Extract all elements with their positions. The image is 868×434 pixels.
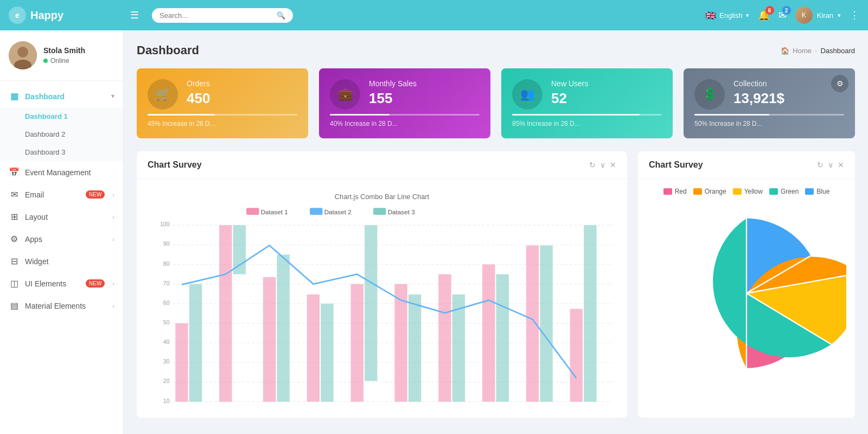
sidebar-item-dashboard[interactable]: ▦ Dashboard ▾	[0, 85, 123, 107]
notifications-badge: 6	[765, 6, 774, 15]
cart-icon: 🛒	[156, 87, 170, 101]
collection-footer: 50% Increase in 28 D...	[694, 120, 844, 127]
sidebar-material-label: Material Elements	[25, 302, 107, 310]
breadcrumb-home-icon: 🏠	[781, 47, 789, 55]
minimize-icon[interactable]: ∨	[600, 161, 605, 169]
sidebar-item-layout[interactable]: ⊞ Layout ›	[0, 206, 123, 228]
search-input[interactable]	[159, 11, 272, 20]
hamburger-button[interactable]: ☰	[126, 7, 143, 23]
email-new-badge: NEW	[86, 190, 105, 199]
chevron-right-icon: ›	[112, 192, 114, 198]
messages-button[interactable]: ✉ 2	[778, 9, 787, 21]
sidebar-item-material-elements[interactable]: ▤ Material Elements ›	[0, 295, 123, 317]
sidebar-submenu-dashboard2[interactable]: Dashboard 2	[0, 125, 123, 143]
sidebar-item-event-management[interactable]: 📅 Event Management	[0, 161, 123, 183]
collection-icon-circle: 💲	[694, 79, 725, 110]
search-box[interactable]: 🔍	[152, 8, 293, 23]
stat-card-sales-top: 💼 Monthly Sales 155	[330, 79, 480, 110]
legend-orange-label: Orange	[705, 188, 726, 195]
legend-red-label: Red	[675, 188, 687, 195]
combo-chart-svg: Chart.js Combo Bar Line Chart Dataset 1 …	[145, 188, 618, 407]
close-icon[interactable]: ✕	[610, 161, 616, 169]
chart-title-right: Chart Survey	[649, 160, 703, 170]
svg-text:Dataset 2: Dataset 2	[324, 208, 352, 215]
stat-card-orders: 🛒 Orders 450 45% Increase in 28 D...	[137, 68, 308, 138]
user-avatar: K	[795, 7, 813, 24]
user-menu[interactable]: K Kiran ▾	[795, 7, 841, 24]
orders-info: Orders 450	[187, 79, 297, 107]
sidebar-event-label: Event Management	[25, 168, 114, 177]
chevron-right-icon4: ›	[112, 280, 114, 287]
chart-title-left: Chart Survey	[148, 160, 202, 170]
language-label: English	[719, 11, 743, 20]
users-value: 52	[551, 90, 662, 107]
legend-orange: Orange	[693, 188, 726, 195]
bar-d3-2	[233, 225, 246, 274]
sidebar-dashboard-label: Dashboard	[25, 92, 106, 101]
stat-card-monthly-sales: 💼 Monthly Sales 155 40% Increase in 28 D…	[319, 68, 490, 138]
legend-blue-dot	[805, 188, 814, 195]
svg-text:60: 60	[163, 299, 170, 306]
bar-d1-5	[351, 284, 363, 402]
orders-progress-fill	[148, 114, 215, 116]
svg-text:Dataset 1: Dataset 1	[261, 208, 288, 215]
svg-text:Aug: Aug	[483, 406, 494, 407]
svg-text:Oct: Oct	[572, 406, 581, 407]
sidebar: Stola Smith Online ▦ Dashboard ▾ Dashboa…	[0, 30, 124, 434]
users-progress-fill	[512, 114, 640, 116]
breadcrumb: 🏠 Home › Dashboard	[781, 47, 855, 55]
messages-badge: 2	[782, 6, 791, 15]
breadcrumb-separator: ›	[815, 47, 817, 55]
svg-text:70: 70	[163, 280, 170, 286]
sidebar-item-widget[interactable]: ⊟ Widget	[0, 250, 123, 272]
breadcrumb-current: Dashboard	[820, 47, 855, 55]
sidebar-user-info: Stola Smith Online	[43, 46, 85, 65]
sidebar-item-email[interactable]: ✉ Email NEW ›	[0, 183, 123, 206]
collection-value: 13,921$	[733, 90, 844, 107]
sidebar-ui-label: UI Elements	[25, 279, 80, 288]
legend-yellow: Yellow	[733, 188, 763, 195]
sidebar-item-ui-elements[interactable]: ◫ UI Elements NEW ›	[0, 272, 123, 295]
svg-rect-6	[310, 208, 322, 215]
ui-elements-icon: ◫	[9, 278, 20, 289]
collection-progress-fill	[694, 114, 769, 116]
refresh-icon[interactable]: ↻	[589, 161, 596, 169]
svg-text:100: 100	[160, 221, 170, 227]
more-options-button[interactable]: ⋮	[850, 9, 859, 21]
sales-footer: 40% Increase in 28 D...	[330, 120, 480, 127]
chart-header-right: Chart Survey ↻ ∨ ✕	[638, 151, 855, 179]
svg-rect-8	[373, 208, 386, 215]
bar-d1-2	[219, 225, 232, 401]
orders-value: 450	[187, 90, 297, 107]
sidebar-submenu-dashboard3[interactable]: Dashboard 3	[0, 143, 123, 161]
topnav-right: 🇬🇧 English ▾ 🔔 6 ✉ 2 K Kiran ▾ ⋮	[705, 7, 859, 24]
bar-d1-3	[263, 277, 276, 402]
notifications-button[interactable]: 🔔 6	[758, 9, 770, 21]
apps-icon: ⚙	[9, 234, 20, 244]
refresh-icon-right[interactable]: ↻	[817, 161, 824, 169]
breadcrumb-home: Home	[793, 47, 812, 55]
sidebar-nav: ▦ Dashboard ▾ Dashboard 1 Dashboard 2 Da…	[0, 81, 123, 321]
svg-text:Sep: Sep	[527, 406, 538, 407]
bar-d3-1	[189, 284, 202, 402]
chart-body-left: Chart.js Combo Bar Line Chart Dataset 1 …	[137, 179, 627, 418]
material-icon: ▤	[9, 301, 20, 311]
sidebar-submenu-dashboard1[interactable]: Dashboard 1	[0, 107, 123, 125]
bar-d3-5	[365, 225, 377, 381]
stat-card-collection: ⚙ 💲 Collection 13,921$ 50% Increase in 2…	[684, 68, 855, 138]
sidebar-item-apps[interactable]: ⚙ Apps ›	[0, 228, 123, 250]
svg-text:10: 10	[163, 398, 170, 404]
sidebar-widget-label: Widget	[25, 257, 114, 266]
close-icon-right[interactable]: ✕	[838, 161, 844, 169]
chart-panel-left: Chart Survey ↻ ∨ ✕ Chart.js Combo Bar Li…	[137, 151, 627, 418]
svg-text:20: 20	[163, 378, 170, 384]
stat-card-collection-top: 💲 Collection 13,921$	[694, 79, 844, 110]
legend-red: Red	[663, 188, 687, 195]
chevron-right-icon5: ›	[112, 303, 114, 309]
sidebar-apps-label: Apps	[25, 235, 107, 244]
language-selector[interactable]: 🇬🇧 English ▾	[705, 10, 749, 21]
minimize-icon-right[interactable]: ∨	[828, 161, 833, 169]
svg-text:Chart.js Combo Bar Line Chart: Chart.js Combo Bar Line Chart	[335, 193, 430, 201]
svg-text:40: 40	[163, 339, 170, 345]
sidebar-email-label: Email	[25, 190, 80, 199]
